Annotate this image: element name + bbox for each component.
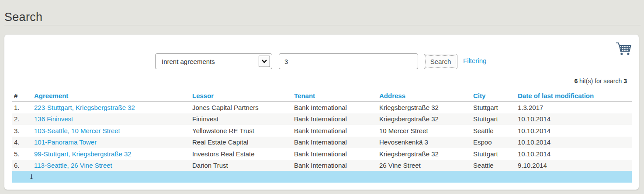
hit-count-number: 6	[574, 78, 578, 85]
page-title: Search	[4, 11, 42, 24]
page-number[interactable]: 1	[30, 173, 33, 180]
address-cell: Kriegsbergstraße 32	[379, 113, 473, 125]
row-number: 4.	[12, 137, 34, 148]
search-category-selected-value: Inrent agreements	[162, 58, 215, 65]
table-row: 1. 223-Stuttgart, Kriegsbergstraße 32 Jo…	[12, 102, 632, 113]
column-header-address[interactable]: Address	[379, 90, 473, 102]
table-row: 2. 136 Fininvest Fininvest Bank Internat…	[12, 113, 632, 125]
date-cell: 10.10.2014	[518, 137, 632, 148]
filtering-link[interactable]: Filtering	[463, 57, 486, 64]
table-row: 5. 99-Stuttgart, Kriegsbergstraße 32 Inv…	[12, 148, 632, 160]
date-cell: 10.10.2014	[518, 148, 632, 160]
column-header-tenant[interactable]: Tenant	[294, 90, 379, 102]
city-cell: Stuttgart	[473, 148, 518, 160]
row-number: 6.	[12, 160, 34, 172]
tenant-cell: Bank International	[294, 125, 379, 137]
tenant-cell: Bank International	[294, 148, 379, 160]
city-cell: Seattle	[473, 160, 518, 172]
address-cell: 10 Mercer Street	[379, 125, 473, 137]
tenant-cell: Bank International	[294, 102, 379, 113]
chevron-down-icon	[259, 56, 270, 67]
address-cell: Hevosenkenkä 3	[379, 137, 473, 148]
address-cell: Kriegsbergstraße 32	[379, 102, 473, 113]
date-cell: 9.10.2014	[518, 160, 632, 172]
search-category-select[interactable]: Inrent agreements	[155, 53, 272, 69]
tenant-cell: Bank International	[294, 113, 379, 125]
agreement-link[interactable]: 136 Fininvest	[34, 115, 73, 123]
row-number: 5.	[12, 148, 34, 160]
shopping-cart-icon[interactable]	[615, 42, 632, 56]
city-cell: Stuttgart	[473, 113, 518, 125]
pagination-bar: 1	[12, 171, 632, 183]
city-cell: Espoo	[473, 137, 518, 148]
date-cell: 10.10.2014	[518, 113, 632, 125]
hit-count-label: hit(s) for search	[578, 78, 623, 85]
lessor-cell: Investors Real Estate	[192, 148, 294, 160]
table-header-row: # Agreement Lessor Tenant Address City D…	[12, 90, 632, 102]
agreement-link[interactable]: 223-Stuttgart, Kriegsbergstraße 32	[34, 104, 135, 111]
lessor-cell: Real Estate Capital	[192, 137, 294, 148]
agreement-link[interactable]: 113-Seattle, 26 Vine Street	[34, 162, 112, 169]
address-cell: Kriegsbergstraße 32	[379, 148, 473, 160]
search-button[interactable]: Search	[424, 54, 457, 69]
tenant-cell: Bank International	[294, 137, 379, 148]
city-cell: Stuttgart	[473, 102, 518, 113]
search-input[interactable]	[279, 53, 418, 69]
lessor-cell: Fininvest	[192, 113, 294, 125]
tenant-cell: Bank International	[294, 160, 379, 172]
agreement-link[interactable]: 99-Stuttgart, Kriegsbergstraße 32	[34, 150, 132, 158]
row-number: 2.	[12, 113, 34, 125]
lessor-cell: Yellowstone RE Trust	[192, 125, 294, 137]
column-header-city[interactable]: City	[473, 90, 518, 102]
column-header-date-of-last-modification[interactable]: Date of last modification	[518, 90, 632, 102]
lessor-cell: Darion Trust	[192, 160, 294, 172]
results-table: # Agreement Lessor Tenant Address City D…	[12, 90, 632, 171]
table-row: 6. 113-Seattle, 26 Vine Street Darion Tr…	[12, 160, 632, 172]
row-number: 3.	[12, 125, 34, 137]
column-header-number: #	[12, 90, 34, 102]
search-panel: Inrent agreements Search Filtering 6 hit…	[4, 35, 639, 190]
row-number: 1.	[12, 102, 34, 113]
city-cell: Seattle	[473, 125, 518, 137]
date-cell: 10.10.2014	[518, 125, 632, 137]
hit-count: 6 hit(s) for search 3	[574, 78, 627, 85]
table-row: 4. 101-Panorama Tower Real Estate Capita…	[12, 137, 632, 148]
search-term: 3	[623, 78, 627, 85]
title-divider	[4, 25, 641, 25]
lessor-cell: Jones Capital Partners	[192, 102, 294, 113]
column-header-lessor[interactable]: Lessor	[192, 90, 294, 102]
address-cell: 26 Vine Street	[379, 160, 473, 172]
table-row: 3. 103-Seattle, 10 Mercer Street Yellows…	[12, 125, 632, 137]
agreement-link[interactable]: 103-Seattle, 10 Mercer Street	[34, 127, 120, 134]
date-cell: 1.3.2017	[518, 102, 632, 113]
agreement-link[interactable]: 101-Panorama Tower	[34, 138, 97, 146]
column-header-agreement[interactable]: Agreement	[34, 90, 192, 102]
